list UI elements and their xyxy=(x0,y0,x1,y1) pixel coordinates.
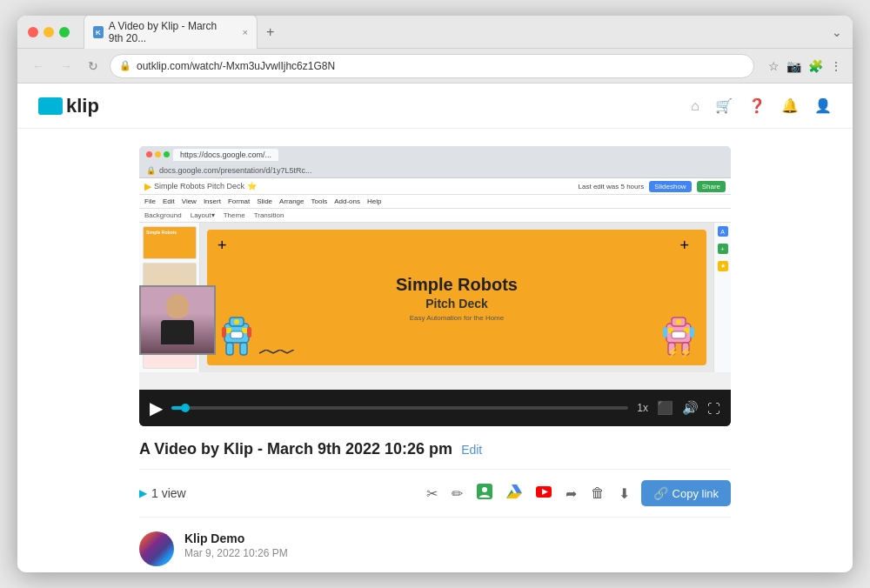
bookmark-icon[interactable]: ☆ xyxy=(768,59,780,73)
svg-rect-11 xyxy=(240,343,247,355)
extension-icon[interactable]: 🧩 xyxy=(808,59,823,73)
svg-point-23 xyxy=(482,487,487,492)
help-nav-button[interactable]: ❓ xyxy=(748,97,766,114)
crop-button[interactable]: ✂ xyxy=(424,483,440,504)
svg-rect-19 xyxy=(690,327,694,337)
svg-rect-8 xyxy=(222,327,226,337)
user-nav-button[interactable]: 👤 xyxy=(814,97,832,114)
page-content: klip ⌂ 🛒 ❓ 🔔 👤 xyxy=(17,84,853,572)
slides-main-area: + + xyxy=(200,223,713,372)
svg-rect-10 xyxy=(226,343,233,355)
tab-favicon: K xyxy=(93,26,104,38)
slides-menu-bar: File Edit View Insert Format Slide Arran… xyxy=(139,195,731,209)
minimize-button[interactable] xyxy=(44,27,54,37)
play-button[interactable]: ▶ xyxy=(150,398,163,418)
address-actions: ☆ 📷 🧩 ⋮ xyxy=(768,59,842,73)
views-count: ▶ 1 view xyxy=(139,486,186,500)
svg-rect-0 xyxy=(42,100,52,112)
caption-button[interactable]: ⬛ xyxy=(657,400,673,416)
logo: klip xyxy=(38,95,99,117)
deco-plus-tr: + xyxy=(679,237,689,255)
close-button[interactable] xyxy=(28,27,38,37)
chevron-down-icon: ⌄ xyxy=(832,25,842,39)
svg-point-4 xyxy=(234,319,239,324)
slides-body: Simple Robots Introduction xyxy=(139,223,731,372)
title-bar-actions: ⌄ xyxy=(832,25,842,39)
youtube-button[interactable] xyxy=(533,483,554,504)
speed-button[interactable]: 1x xyxy=(637,402,648,414)
back-button[interactable]: ← xyxy=(28,57,49,75)
video-screenshot: https://docs.google.com/... 🔒 docs.googl… xyxy=(139,146,731,390)
traffic-lights xyxy=(28,27,70,37)
active-tab[interactable]: K A Video by Klip - March 9th 20... × xyxy=(84,16,258,49)
robot-left xyxy=(218,313,256,357)
slide-thumb-1[interactable]: Simple Robots xyxy=(143,226,197,259)
views-play-icon: ▶ xyxy=(139,487,147,499)
comment-content: Klip Demo Mar 9, 2022 10:26 PM xyxy=(184,531,288,559)
comment-date: Mar 9, 2022 10:26 PM xyxy=(184,547,288,559)
svg-marker-24 xyxy=(512,484,522,493)
volume-button[interactable]: 🔊 xyxy=(682,400,699,416)
title-bar: K A Video by Klip - March 9th 20... × + … xyxy=(17,16,853,49)
deco-zigzag: ⚡⚡ xyxy=(666,346,693,358)
slides-right-panel: A + ★ xyxy=(713,223,731,372)
tab-close-icon[interactable]: × xyxy=(243,27,248,37)
new-tab-button[interactable]: + xyxy=(261,23,279,42)
copy-link-label: Copy link xyxy=(673,487,719,500)
copy-link-button[interactable]: 🔗 Copy link xyxy=(641,480,731,506)
google-drive-button[interactable] xyxy=(504,482,525,504)
action-icons: ✂ ✏ xyxy=(424,480,731,506)
top-nav: klip ⌂ 🛒 ❓ 🔔 👤 xyxy=(17,84,853,129)
slides-url-text: docs.google.com/presentation/d/1y7L5tRc.… xyxy=(159,166,312,175)
tab-title: A Video by Klip - March 9th 20... xyxy=(109,20,234,44)
menu-icon[interactable]: ⋮ xyxy=(830,59,842,73)
slides-browser-tab: https://docs.google.com/... xyxy=(173,149,278,161)
bell-nav-button[interactable]: 🔔 xyxy=(781,97,799,114)
refresh-button[interactable]: ↻ xyxy=(84,57,103,75)
video-meta: A Video by Klip - March 9th 2022 10:26 p… xyxy=(139,426,731,469)
commenter-name: Klip Demo xyxy=(184,531,288,545)
tab-bar: K A Video by Klip - March 9th 20... × + xyxy=(84,16,825,49)
slide-title: Simple Robots xyxy=(396,274,518,295)
video-title: A Video by Klip - March 9th 2022 10:26 p… xyxy=(139,440,452,458)
main-content: https://docs.google.com/... 🔒 docs.googl… xyxy=(104,129,766,572)
slide-main-content: + + xyxy=(207,230,706,365)
panel-icon-2: + xyxy=(718,244,728,254)
person-silhouette xyxy=(141,287,214,353)
browser-window: K A Video by Klip - March 9th 20... × + … xyxy=(17,16,853,572)
actions-bar: ▶ 1 view ✂ ✏ xyxy=(139,469,731,518)
url-bar[interactable]: 🔒 outklip.com/watch/-Mxm3uJvwlIjhc6z1G8N xyxy=(110,54,754,78)
svg-rect-18 xyxy=(663,327,667,337)
edit-button[interactable]: ✏ xyxy=(449,483,465,504)
home-nav-button[interactable]: ⌂ xyxy=(691,98,699,114)
fullscreen-button[interactable]: ⛶ xyxy=(707,401,720,416)
maximize-button[interactable] xyxy=(59,27,70,37)
logo-text: klip xyxy=(66,95,99,117)
avatar xyxy=(139,531,174,566)
edit-link[interactable]: Edit xyxy=(461,443,482,457)
slides-browser-bar: https://docs.google.com/... xyxy=(139,146,731,163)
progress-bar[interactable] xyxy=(171,406,628,410)
google-contacts-button[interactable] xyxy=(474,481,495,506)
download-button[interactable]: ⬇ xyxy=(616,483,632,504)
share-button-slides[interactable]: Share xyxy=(697,181,726,192)
svg-rect-9 xyxy=(247,327,251,337)
panel-icon-1: A xyxy=(718,226,728,237)
share-button[interactable]: ➦ xyxy=(563,483,579,504)
panel-icon-3: ★ xyxy=(718,261,728,271)
svg-rect-17 xyxy=(672,331,686,338)
camera-icon[interactable]: 📷 xyxy=(786,59,801,73)
slide-subtitle: Pitch Deck xyxy=(396,297,518,311)
webcam-overlay xyxy=(139,285,216,355)
slideshow-button[interactable]: Slideshow xyxy=(649,181,691,192)
cart-nav-button[interactable]: 🛒 xyxy=(715,97,733,114)
forward-button[interactable]: → xyxy=(56,57,77,75)
deco-plus-tl: + xyxy=(218,237,227,255)
svg-rect-1 xyxy=(54,100,59,112)
logo-icon xyxy=(38,97,63,115)
slides-doc-bar: ▶ Simple Robots Pitch Deck ⭐ Last edit w… xyxy=(139,178,731,195)
svg-rect-7 xyxy=(231,331,243,338)
delete-button[interactable]: 🗑 xyxy=(588,483,607,504)
nav-icons: ⌂ 🛒 ❓ 🔔 👤 xyxy=(691,97,832,114)
lock-icon: 🔒 xyxy=(119,60,131,71)
